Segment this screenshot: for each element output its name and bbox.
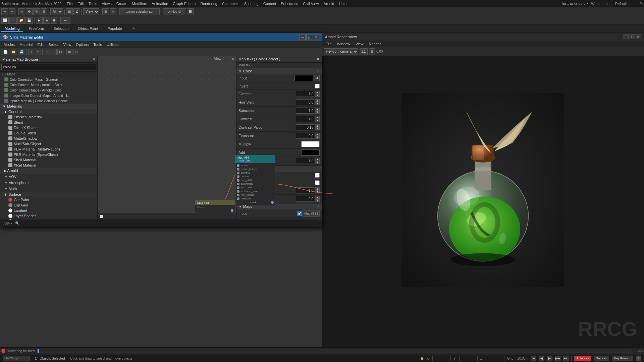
create-selection-set[interactable]: Create Selection Set — [119, 8, 160, 15]
stop-btn[interactable]: ■ — [43, 17, 50, 24]
menu-modifiers[interactable]: Modifiers — [130, 1, 149, 6]
mode-freeform[interactable]: Freeform — [26, 26, 48, 32]
mask-spin-down[interactable]: ▼ — [315, 161, 320, 164]
angle-snap-btn[interactable]: ∠ — [73, 8, 80, 15]
aa-spin-up[interactable]: ▲ — [315, 196, 320, 199]
matte-shadow[interactable]: Matte/Shadow — [0, 136, 97, 141]
gamma-spin-down[interactable]: ▼ — [315, 94, 320, 97]
viewport-minimize[interactable]: ─ — [226, 57, 230, 61]
map-item-imagor[interactable]: Imagor Color Correct Maps - Arnold - I..… — [0, 93, 97, 98]
undo-btn[interactable]: ↩ — [1, 8, 8, 15]
exp-spin-up[interactable]: ▲ — [315, 133, 320, 136]
redo-btn[interactable]: ↪ — [9, 8, 15, 15]
set-key-btn[interactable]: Set Key — [594, 356, 609, 361]
sme-tb-zoom-in[interactable]: + — [44, 49, 50, 55]
sme-menu-tools[interactable]: Tools — [91, 42, 104, 47]
pbr-metal[interactable]: PBR Material (Metal/Rough) — [0, 146, 97, 152]
align-btn[interactable]: ⊞ — [102, 8, 109, 15]
sme-menu-options[interactable]: Options — [74, 42, 91, 47]
arnold-menu-render[interactable]: Render — [367, 42, 383, 46]
sme-restore-btn[interactable]: □ — [306, 35, 312, 40]
selection-type[interactable]: All — [50, 8, 63, 15]
menu-civil-view[interactable]: Civil View — [301, 1, 321, 6]
sme-tb-open[interactable]: 📁 — [10, 49, 17, 55]
sme-tb-zoom-out[interactable]: - — [51, 49, 57, 55]
rp-close-icon[interactable]: ✕ — [317, 57, 320, 61]
color-section-header[interactable]: ▼ Color ⚙ — [236, 68, 322, 74]
tb2-btn3[interactable]: 📁 — [17, 17, 25, 24]
maps-input-btn[interactable]: Map #58 ( — [303, 210, 320, 217]
gamma-input[interactable] — [296, 91, 314, 97]
alpha-multiply-input[interactable] — [296, 187, 314, 193]
shell-material[interactable]: Shell Material — [0, 157, 97, 163]
arnold-camera-select[interactable]: viewport_camera — [324, 48, 358, 55]
exp-spin-down[interactable]: ▼ — [315, 136, 320, 139]
input-map-btn[interactable]: M — [314, 75, 320, 81]
render-indicator[interactable] — [1, 349, 5, 353]
map-item-colorcorrect[interactable]: Color Correct Maps - Arnold - Colo... — [0, 87, 97, 93]
car-paint[interactable]: Car Paint — [0, 197, 97, 202]
arnold-fit-btn[interactable]: ⊟ — [369, 48, 375, 55]
physical-material[interactable]: Physical Material — [0, 114, 97, 120]
exposure-input[interactable] — [296, 133, 314, 139]
arnold-close[interactable]: ✕ — [636, 35, 641, 39]
timeline-track[interactable] — [37, 349, 632, 353]
sme-tb-zoom-fit[interactable]: ⊟ — [57, 49, 63, 55]
scale-tool[interactable]: ⊞ — [41, 8, 47, 15]
menu-customize[interactable]: Customize — [220, 1, 241, 6]
next-frame-btn[interactable]: ⏭ — [563, 356, 569, 361]
lock-icon[interactable]: 🔒 — [420, 357, 424, 360]
view-selector[interactable]: View — [83, 8, 99, 15]
tb2-btn4[interactable]: 💾 — [25, 17, 33, 24]
contrast-spin-up[interactable]: ▲ — [315, 116, 320, 119]
sme-menu-edit[interactable]: Edit — [35, 42, 46, 47]
add-time-btn[interactable]: + — [636, 356, 641, 361]
arnold-minimize[interactable]: ─ — [624, 35, 629, 39]
mirror-btn[interactable]: ⇔ — [110, 8, 116, 15]
node-graph-viewport[interactable]: View 1 ─ ✕ Map #58 — [98, 56, 236, 220]
sme-tb-save[interactable]: 💾 — [18, 49, 25, 55]
am-spin-down[interactable]: ▼ — [315, 190, 320, 193]
mask-spin-up[interactable]: ▲ — [315, 158, 320, 161]
mask-input[interactable] — [296, 158, 314, 164]
sme-menu-material[interactable]: Material — [17, 42, 35, 47]
menu-file[interactable]: File — [65, 1, 75, 6]
viewport-close[interactable]: ✕ — [231, 57, 235, 61]
math-group[interactable]: + Math — [0, 186, 97, 192]
multiply-color-swatch[interactable] — [301, 141, 320, 147]
arnold-ratio-btn[interactable]: 1:1 — [360, 48, 368, 55]
hue-spin-up[interactable]: ▲ — [315, 99, 320, 102]
surface-group[interactable]: ▼ Surface — [0, 192, 97, 197]
atmosphere-group[interactable]: + Atmosphere — [0, 180, 97, 186]
coord-z-input[interactable] — [486, 356, 504, 361]
directx-shader[interactable]: DirectX Shader — [0, 125, 97, 130]
node-bitmap[interactable]: Map #58 Bitmap — [195, 200, 235, 213]
sat-spin-down[interactable]: ▼ — [315, 111, 320, 114]
select-tool[interactable]: ⊹ — [18, 8, 25, 15]
cp-spin-down[interactable]: ▼ — [315, 127, 320, 130]
mode-modeling[interactable]: Modeling — [1, 26, 23, 32]
pbr-spec[interactable]: PBR Material (Spec/Gloss) — [0, 152, 97, 157]
prev-btn[interactable]: ◀ — [539, 356, 544, 361]
arnold-maximize[interactable]: □ — [630, 35, 635, 39]
menu-scripting[interactable]: Scripting — [242, 1, 261, 6]
snap-btn[interactable]: ⊡ — [66, 8, 73, 15]
sme-menu-utilities[interactable]: Utilities — [105, 42, 120, 47]
hue-spin-down[interactable]: ▼ — [315, 102, 320, 105]
browser-search-input[interactable] — [1, 64, 96, 70]
mode-populate[interactable]: Populate — [104, 26, 125, 32]
coord-x-input[interactable] — [432, 356, 451, 361]
alpha-luminance-checkbox[interactable] — [315, 180, 320, 185]
node-color-correct[interactable]: Map #59 Color Corr... active active_hidd… — [235, 155, 275, 205]
mode-extra[interactable]: + — [129, 26, 138, 32]
record-btn[interactable]: ⏺ — [51, 17, 57, 24]
am-spin-up[interactable]: ▲ — [315, 187, 320, 190]
double-sided[interactable]: Double Sided — [0, 130, 97, 136]
arnold-menu-file[interactable]: File — [324, 42, 334, 46]
maximize-icon[interactable]: □ — [635, 2, 637, 6]
invert-alpha-checkbox[interactable] — [315, 173, 320, 178]
clip-geo[interactable]: Clip Geo — [0, 202, 97, 208]
menu-edit[interactable]: Edit — [75, 1, 86, 6]
map-item-colorconvert[interactable]: ColorConvert Maps - Arnold - Color — [0, 82, 97, 87]
menu-arnold[interactable]: Arnold — [322, 1, 336, 6]
